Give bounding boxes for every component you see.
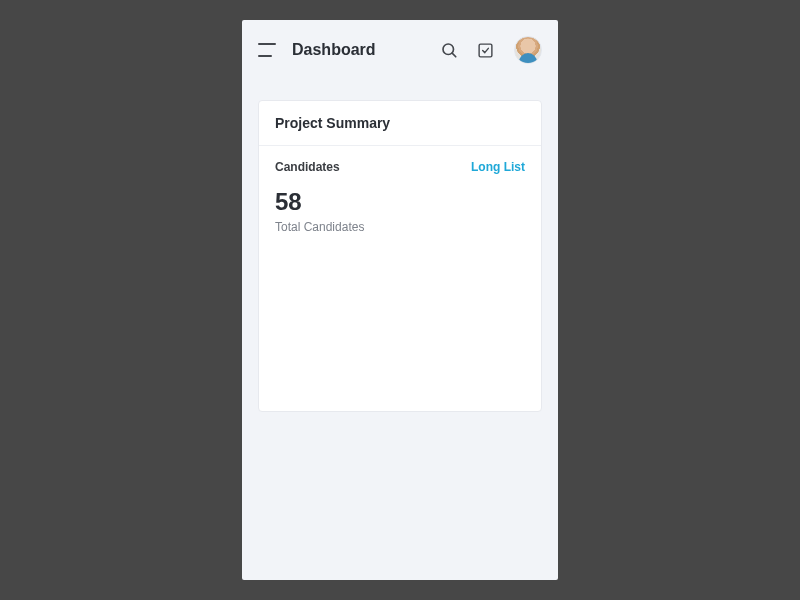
svg-line-1 xyxy=(452,53,456,57)
search-icon[interactable] xyxy=(438,39,460,61)
candidates-label: Candidates xyxy=(275,160,340,174)
long-list-link[interactable]: Long List xyxy=(471,160,525,174)
total-candidates-label: Total Candidates xyxy=(275,220,525,234)
card-header: Project Summary xyxy=(259,101,541,146)
topbar: Dashboard xyxy=(242,20,558,80)
project-summary-card: Project Summary Candidates Long List 58 … xyxy=(258,100,542,412)
svg-rect-2 xyxy=(479,44,492,57)
page-title: Dashboard xyxy=(292,41,376,59)
app-frame: Dashboard Project Summary Candidates Lon… xyxy=(242,20,558,580)
stat-block: 58 Total Candidates xyxy=(259,178,541,234)
checkbox-icon[interactable] xyxy=(474,39,496,61)
card-title: Project Summary xyxy=(275,115,525,131)
avatar[interactable] xyxy=(514,36,542,64)
card-subheader: Candidates Long List xyxy=(259,146,541,178)
total-candidates-value: 58 xyxy=(275,188,525,216)
menu-icon[interactable] xyxy=(258,43,278,57)
